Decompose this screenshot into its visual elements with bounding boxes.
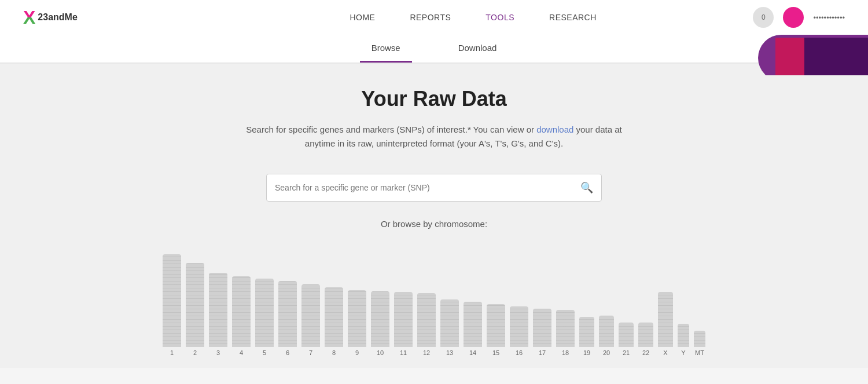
chromosome-14[interactable]: 14 [464,302,482,356]
chromosome-19[interactable]: 19 [579,317,594,356]
sub-nav: Browse Download [0,35,868,63]
chr-label-X: X [663,349,667,356]
header: X 23andMe HOME REPORTS TOOLS RESEARCH 0 … [0,0,868,63]
chr-label-21: 21 [623,349,630,356]
chr-label-10: 10 [377,349,384,356]
chr-label-18: 18 [562,349,569,356]
chr-label-14: 14 [469,349,476,356]
chr-label-7: 7 [309,349,312,356]
chromosome-MT[interactable]: MT [694,331,705,356]
download-link[interactable]: download [536,125,573,134]
notification-count: 0 [762,13,766,21]
chr-label-MT: MT [695,349,704,356]
chr-label-12: 12 [423,349,430,356]
chromosome-9[interactable]: 9 [348,290,366,356]
chromosome-6[interactable]: 6 [278,281,297,356]
chr-label-4: 4 [240,349,243,356]
chr-bar-4[interactable] [232,276,251,347]
chromosome-2[interactable]: 2 [186,263,204,356]
chr-bar-15[interactable] [487,304,505,347]
chr-label-13: 13 [446,349,453,356]
page-title: Your Raw Data [12,87,856,111]
chromosome-15[interactable]: 15 [487,304,505,356]
nav-reports[interactable]: REPORTS [410,13,451,22]
main-content: Your Raw Data Search for specific genes … [0,64,868,368]
chromosome-Y[interactable]: Y [678,324,689,356]
chr-label-Y: Y [681,349,685,356]
chr-bar-16[interactable] [510,306,528,347]
chromosome-10[interactable]: 10 [371,291,389,356]
chr-label-5: 5 [263,349,266,356]
browse-label: Or browse by chromosome: [12,219,856,229]
chromosome-8[interactable]: 8 [325,287,343,356]
chromosome-X[interactable]: X [658,292,673,356]
main-nav: HOME REPORTS TOOLS RESEARCH [193,13,753,22]
chromosome-4[interactable]: 4 [232,276,251,356]
chromosome-16[interactable]: 16 [510,306,528,356]
chr-bar-21[interactable] [619,323,634,347]
chromosome-12[interactable]: 12 [417,293,436,356]
chr-bar-6[interactable] [278,281,297,347]
chromosome-5[interactable]: 5 [255,279,274,356]
chr-bar-20[interactable] [599,316,614,347]
page-description: Search for specific genes and markers (S… [231,123,637,151]
chr-bar-10[interactable] [371,291,389,347]
chromosome-17[interactable]: 17 [533,309,551,356]
logo-icon: X [23,8,35,27]
chr-bar-3[interactable] [209,273,227,347]
chr-bar-X[interactable] [658,292,673,347]
chr-bar-18[interactable] [556,310,575,347]
chromosome-11[interactable]: 11 [394,292,413,356]
chromosome-7[interactable]: 7 [301,284,320,356]
chr-bar-7[interactable] [301,284,320,347]
chr-label-8: 8 [332,349,336,356]
brand-name: 23andMe [38,12,77,23]
header-top: X 23andMe HOME REPORTS TOOLS RESEARCH 0 … [0,0,868,35]
user-name: •••••••••••• [813,13,845,22]
chr-bar-12[interactable] [417,293,436,347]
chromosome-22[interactable]: 22 [638,323,653,356]
search-icon[interactable]: 🔍 [580,181,593,194]
search-input[interactable] [275,183,580,192]
chromosome-13[interactable]: 13 [440,299,459,356]
chr-bar-19[interactable] [579,317,594,347]
chr-bar-13[interactable] [440,299,459,347]
chr-bar-14[interactable] [464,302,482,347]
chromosome-1[interactable]: 1 [163,254,181,356]
chr-bar-17[interactable] [533,309,551,347]
chr-label-16: 16 [516,349,523,356]
nav-home[interactable]: HOME [350,13,375,22]
chr-bar-5[interactable] [255,279,274,347]
chromosome-21[interactable]: 21 [619,323,634,356]
chr-bar-2[interactable] [186,263,204,347]
chr-bar-MT[interactable] [694,331,705,347]
chr-label-15: 15 [492,349,499,356]
chromosome-20[interactable]: 20 [599,316,614,356]
avatar [783,7,804,28]
chr-bar-1[interactable] [163,254,181,347]
chr-bar-Y[interactable] [678,324,689,347]
chr-bar-22[interactable] [638,323,653,347]
chr-label-17: 17 [539,349,546,356]
logo[interactable]: X 23andMe [23,8,78,27]
chr-bar-9[interactable] [348,290,366,347]
chr-bar-11[interactable] [394,292,413,347]
tab-browse[interactable]: Browse [360,35,412,63]
chromosome-3[interactable]: 3 [209,273,227,356]
search-container: 🔍 [12,174,856,202]
chromosome-chart: 12345678910111213141516171819202122XYMT [12,240,856,356]
nav-research[interactable]: RESEARCH [549,13,597,22]
chromosome-18[interactable]: 18 [556,310,575,356]
tab-download[interactable]: Download [447,35,509,63]
description-text-1: Search for specific genes and markers (S… [246,125,536,134]
chr-label-1: 1 [170,349,174,356]
chr-label-3: 3 [216,349,220,356]
chr-label-9: 9 [355,349,359,356]
notification-button[interactable]: 0 [753,7,774,28]
chr-bar-8[interactable] [325,287,343,347]
chr-label-22: 22 [642,349,649,356]
chr-label-6: 6 [286,349,289,356]
nav-tools[interactable]: TOOLS [486,13,514,22]
chr-label-2: 2 [193,349,197,356]
chr-label-20: 20 [603,349,610,356]
